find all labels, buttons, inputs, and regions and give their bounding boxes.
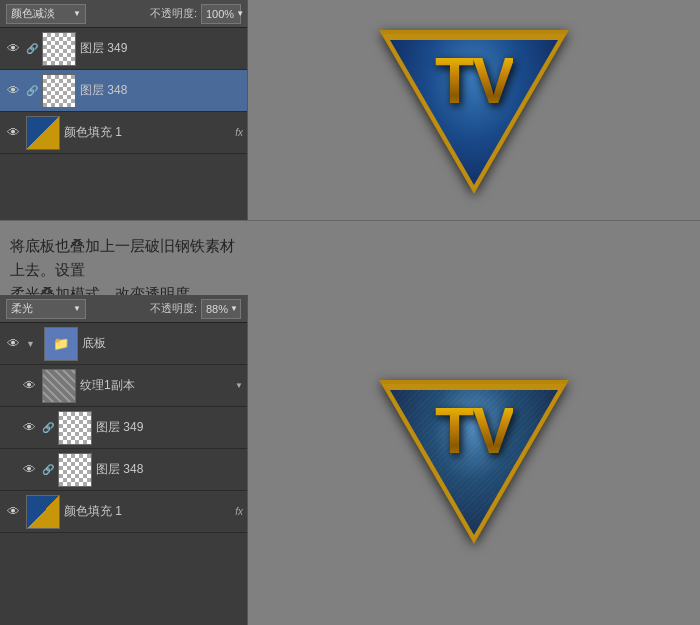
fx-badge-top: fx bbox=[235, 127, 243, 138]
top-section: 颜色减淡 ▼ 不透明度: 100% ▼ 👁 🔗 图层 349 👁 🔗 bbox=[0, 0, 700, 220]
right-logos-top: TV bbox=[248, 0, 700, 220]
layer-item-348-top[interactable]: 👁 🔗 图层 348 bbox=[0, 70, 247, 112]
opacity-label-top: 不透明度: bbox=[150, 6, 197, 21]
link-icon-348-top: 🔗 bbox=[26, 85, 38, 97]
logo-text-top: TV bbox=[435, 44, 513, 118]
link-icon-349-bottom: 🔗 bbox=[42, 422, 54, 434]
dropdown-arrow-bottom: ▼ bbox=[73, 304, 81, 313]
layer-thumb-349-bottom bbox=[58, 411, 92, 445]
eye-icon-folder[interactable]: 👁 bbox=[4, 335, 22, 353]
eye-icon-349-top[interactable]: 👁 bbox=[4, 40, 22, 58]
link-icon-349-top: 🔗 bbox=[26, 43, 38, 55]
link-icon-348-bottom: 🔗 bbox=[42, 464, 54, 476]
bottom-section: 柔光 ▼ 不透明度: 88% ▼ 👁 ▼ 📁 底板 👁 bbox=[0, 295, 700, 625]
opacity-arrow-bottom: ▼ bbox=[230, 304, 238, 313]
eye-icon-texture[interactable]: 👁 bbox=[20, 377, 38, 395]
eye-icon-349-bottom[interactable]: 👁 bbox=[20, 419, 38, 437]
middle-text-line1: 将底板也叠加上一层破旧钢铁素材上去。设置 bbox=[10, 234, 238, 282]
right-logos-bottom: TV bbox=[248, 295, 700, 625]
opacity-row-top: 不透明度: 100% ▼ bbox=[150, 4, 241, 24]
layer-item-colorfill-bottom[interactable]: 👁 颜色填充 1 fx bbox=[0, 491, 247, 533]
layer-name-folder: 底板 bbox=[82, 335, 243, 352]
layer-name-texture: 纹理1副本 bbox=[80, 377, 229, 394]
layer-item-folder[interactable]: 👁 ▼ 📁 底板 bbox=[0, 323, 247, 365]
layer-thumb-colorfill-bottom bbox=[26, 495, 60, 529]
layer-item-349-bottom[interactable]: 👁 🔗 图层 349 bbox=[0, 407, 247, 449]
layer-name-348-bottom: 图层 348 bbox=[96, 461, 243, 478]
layer-item-348-bottom[interactable]: 👁 🔗 图层 348 bbox=[0, 449, 247, 491]
opacity-row-bottom: 不透明度: 88% ▼ bbox=[150, 299, 241, 319]
layer-name-349-bottom: 图层 349 bbox=[96, 419, 243, 436]
blend-mode-label-top: 颜色减淡 bbox=[11, 6, 55, 21]
layer-name-colorfill-top: 颜色填充 1 bbox=[64, 124, 231, 141]
layer-item-colorfill-top[interactable]: 👁 颜色填充 1 fx bbox=[0, 112, 247, 154]
folder-arrow[interactable]: ▼ bbox=[26, 339, 40, 349]
eye-icon-348-bottom[interactable]: 👁 bbox=[20, 461, 38, 479]
opacity-value-bottom[interactable]: 88% ▼ bbox=[201, 299, 241, 319]
eye-icon-348-top[interactable]: 👁 bbox=[4, 82, 22, 100]
layer-thumb-folder: 📁 bbox=[44, 327, 78, 361]
texture-arrow: ▼ bbox=[235, 381, 243, 390]
layer-name-colorfill-bottom: 颜色填充 1 bbox=[64, 503, 231, 520]
layer-name-349-top: 图层 349 bbox=[80, 40, 243, 57]
layer-thumb-colorfill-top bbox=[26, 116, 60, 150]
layers-panel-top: 颜色减淡 ▼ 不透明度: 100% ▼ 👁 🔗 图层 349 👁 🔗 bbox=[0, 0, 248, 220]
layer-thumb-349-top bbox=[42, 32, 76, 66]
panel-header-bottom: 柔光 ▼ 不透明度: 88% ▼ bbox=[0, 295, 247, 323]
folder-icon: 📁 bbox=[53, 336, 69, 351]
blend-mode-dropdown-top[interactable]: 颜色减淡 ▼ bbox=[6, 4, 86, 24]
opacity-label-bottom: 不透明度: bbox=[150, 301, 197, 316]
logo-top: TV bbox=[384, 30, 564, 200]
layer-item-texture[interactable]: 👁 纹理1副本 ▼ bbox=[0, 365, 247, 407]
blend-mode-label-bottom: 柔光 bbox=[11, 301, 33, 316]
dropdown-arrow: ▼ bbox=[73, 9, 81, 18]
blend-mode-dropdown-bottom[interactable]: 柔光 ▼ bbox=[6, 299, 86, 319]
layer-thumb-348-top bbox=[42, 74, 76, 108]
opacity-arrow: ▼ bbox=[236, 9, 244, 18]
layers-panel-bottom: 柔光 ▼ 不透明度: 88% ▼ 👁 ▼ 📁 底板 👁 bbox=[0, 295, 248, 625]
fx-badge-bottom: fx bbox=[235, 506, 243, 517]
logo-bottom: TV bbox=[384, 380, 564, 550]
layer-item-349-top[interactable]: 👁 🔗 图层 349 bbox=[0, 28, 247, 70]
panel-header-top: 颜色减淡 ▼ 不透明度: 100% ▼ bbox=[0, 0, 247, 28]
opacity-value-top[interactable]: 100% ▼ bbox=[201, 4, 241, 24]
layer-thumb-348-bottom bbox=[58, 453, 92, 487]
eye-icon-colorfill-bottom[interactable]: 👁 bbox=[4, 503, 22, 521]
logo-text-bottom: TV bbox=[435, 394, 513, 468]
eye-icon-colorfill-top[interactable]: 👁 bbox=[4, 124, 22, 142]
layer-thumb-texture bbox=[42, 369, 76, 403]
layer-name-348-top: 图层 348 bbox=[80, 82, 243, 99]
